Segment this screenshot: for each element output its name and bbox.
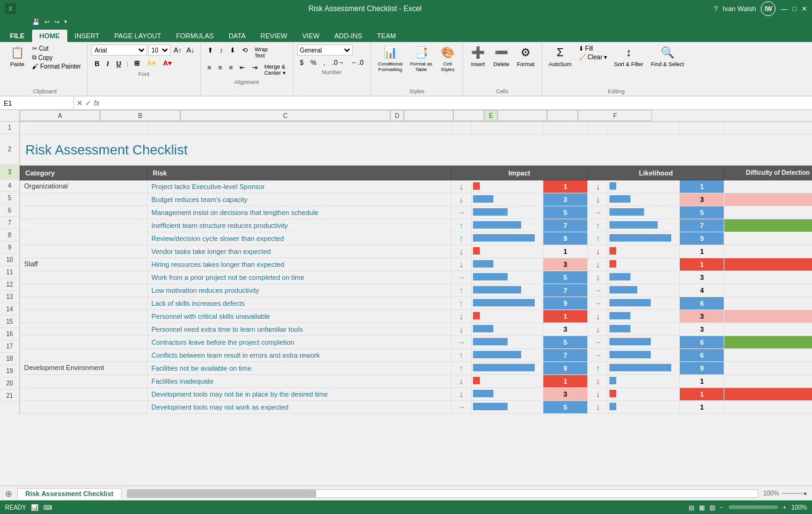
corner-cell[interactable] <box>0 110 20 121</box>
align-bottom-btn[interactable]: ⬇ <box>227 44 238 61</box>
cell-likelihood-bar[interactable] <box>608 336 680 349</box>
cell-impact-num[interactable]: 3 <box>543 258 587 271</box>
sheet-tab-active[interactable]: Risk Assessment Checklist <box>17 488 122 499</box>
close-btn[interactable]: ✕ <box>802 5 807 13</box>
cell-likelihood-arrow[interactable]: → <box>588 206 608 219</box>
cell-likelihood-num[interactable]: 1 <box>680 388 724 401</box>
cell-likelihood-arrow[interactable]: ↓ <box>588 193 608 206</box>
cell-likelihood-bar[interactable] <box>608 219 680 232</box>
col-header-E3[interactable] <box>547 110 578 121</box>
cell-impact-bar[interactable] <box>472 206 543 219</box>
cell-impact-num[interactable]: 1 <box>543 310 587 323</box>
cell-impact-arrow[interactable]: ↑ <box>451 284 471 297</box>
cell-impact-bar[interactable] <box>472 401 543 414</box>
cell-category[interactable] <box>20 323 148 336</box>
tab-file[interactable]: FILE <box>2 30 32 42</box>
format-button[interactable]: ⚙ Format <box>514 44 538 69</box>
cell-impact-arrow[interactable]: ↓ <box>451 258 471 271</box>
cell-likelihood-bar[interactable] <box>608 349 680 362</box>
cell-risk[interactable]: Work from a prior project not be complet… <box>148 271 451 284</box>
cell-impact-bar[interactable] <box>472 258 543 271</box>
align-middle-btn[interactable]: ↕ <box>217 44 227 61</box>
cell-likelihood-bar[interactable] <box>608 323 680 336</box>
cell-likelihood-bar[interactable] <box>608 258 680 271</box>
header-detection[interactable]: Difficulty of Detection <box>724 166 812 180</box>
zoom-bar[interactable] <box>729 505 778 509</box>
cell-category[interactable] <box>20 297 148 310</box>
conditional-formatting-button[interactable]: 📊 ConditionalFormatting <box>375 44 406 74</box>
cell-likelihood-num[interactable]: 1 <box>680 401 724 414</box>
col-header-C[interactable]: C <box>180 110 390 121</box>
font-grow-btn[interactable]: A↑ <box>172 46 183 54</box>
font-color-button[interactable]: A▾ <box>160 58 175 69</box>
header-likelihood[interactable]: Likelihood <box>588 166 724 180</box>
col-header-A[interactable]: A <box>20 110 100 121</box>
cell-detection[interactable] <box>724 193 812 206</box>
user-avatar[interactable]: IW <box>761 1 776 16</box>
cell-impact-bar[interactable] <box>472 232 543 245</box>
cell-risk[interactable]: Inefficient team structure reduces produ… <box>148 219 451 232</box>
cell-detection[interactable] <box>724 271 812 284</box>
cell-impact-num[interactable]: 1 <box>543 245 587 258</box>
tab-addins[interactable]: ADD-INS <box>327 30 369 42</box>
cell-likelihood-arrow[interactable]: ↓ <box>588 375 608 388</box>
format-painter-button[interactable]: 🖌 Format Painter <box>30 62 83 70</box>
cell-impact-bar[interactable] <box>472 310 543 323</box>
cell-likelihood-bar[interactable] <box>608 297 680 310</box>
cell-category[interactable] <box>20 310 148 323</box>
tab-data[interactable]: DATA <box>221 30 253 42</box>
cell-impact-arrow[interactable]: ↓ <box>451 388 471 401</box>
copy-button[interactable]: ⧉ Copy <box>30 53 83 62</box>
cell-impact-arrow[interactable]: ↑ <box>451 297 471 310</box>
cell-impact-num[interactable]: 5 <box>543 336 587 349</box>
tab-review[interactable]: REVIEW <box>253 30 295 42</box>
cell-likelihood-num[interactable]: 3 <box>680 323 724 336</box>
cell-detection[interactable] <box>724 323 812 336</box>
redo-quick-btn[interactable]: ↪ <box>53 19 61 25</box>
cell-likelihood-bar[interactable] <box>608 362 680 375</box>
cell-impact-arrow[interactable]: ↓ <box>451 375 471 388</box>
add-sheet-button[interactable]: ⊕ <box>0 487 17 500</box>
tab-formulas[interactable]: FORMULAS <box>169 30 221 42</box>
cell-detection[interactable] <box>724 349 812 362</box>
cell-detection[interactable] <box>724 284 812 297</box>
cell-impact-arrow[interactable]: ↑ <box>451 232 471 245</box>
cell-impact-bar[interactable] <box>472 193 543 206</box>
cell-impact-num[interactable]: 1 <box>543 375 587 388</box>
name-box[interactable]: E1 <box>0 96 74 109</box>
cell-category[interactable] <box>20 401 148 414</box>
text-angle-btn[interactable]: ⟲ <box>239 44 251 61</box>
cell-impact-num[interactable]: 5 <box>543 206 587 219</box>
cell-detection[interactable] <box>724 180 812 193</box>
cell-likelihood-arrow[interactable]: ↓ <box>588 323 608 336</box>
cell-category[interactable]: Organizational <box>20 180 148 193</box>
cell-likelihood-arrow[interactable]: → <box>588 284 608 297</box>
cell-category[interactable] <box>20 245 148 258</box>
underline-button[interactable]: U <box>113 59 124 69</box>
cell-impact-num[interactable]: 1 <box>543 180 587 193</box>
cell-likelihood-bar[interactable] <box>608 193 680 206</box>
cell-likelihood-bar[interactable] <box>608 388 680 401</box>
indent-more-btn[interactable]: ⇥ <box>249 62 261 78</box>
cell-impact-bar[interactable] <box>472 336 543 349</box>
cell-impact-num[interactable]: 7 <box>543 219 587 232</box>
cell-category[interactable] <box>20 336 148 349</box>
cell-impact-bar[interactable] <box>472 245 543 258</box>
tab-home[interactable]: HOME <box>32 30 67 42</box>
align-right-btn[interactable]: ≡ <box>226 62 236 78</box>
cell-impact-bar[interactable] <box>472 271 543 284</box>
cell-impact-num[interactable]: 9 <box>543 297 587 310</box>
col-header-D2[interactable] <box>404 110 453 121</box>
cell-category[interactable] <box>20 349 148 362</box>
cell-impact-bar[interactable] <box>472 349 543 362</box>
cell-likelihood-num[interactable]: 9 <box>680 232 724 245</box>
cell-risk[interactable]: Review/decision cycle slower than expect… <box>148 232 451 245</box>
cell-category[interactable] <box>20 219 148 232</box>
cell-detection[interactable] <box>724 232 812 245</box>
cell-impact-num[interactable]: 3 <box>543 193 587 206</box>
cell-detection[interactable] <box>724 206 812 219</box>
cell-likelihood-bar[interactable] <box>608 232 680 245</box>
cell-likelihood-num[interactable]: 3 <box>680 310 724 323</box>
cell-impact-arrow[interactable]: → <box>451 401 471 414</box>
insert-function-icon[interactable]: fx <box>94 99 99 107</box>
